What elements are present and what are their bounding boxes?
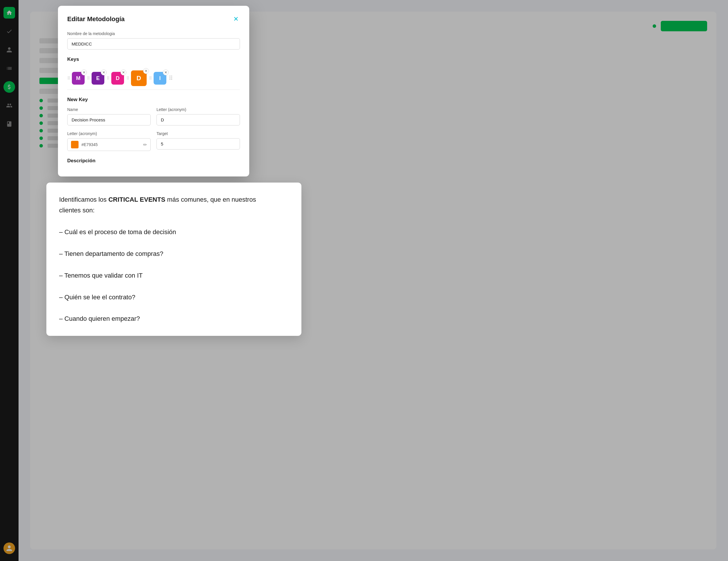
- target-field-group: Target: [156, 131, 240, 151]
- description-card: Identificamos los CRITICAL EVENTS más co…: [46, 183, 301, 336]
- edit-methodology-modal: Editar Metodología ✕ Nombre de la metodo…: [58, 6, 249, 176]
- key-remove-e[interactable]: ✕: [101, 70, 107, 75]
- key-chip-i: ⠿ I ✕: [149, 72, 166, 85]
- key-i-wrapper: I ✕: [154, 72, 166, 85]
- new-key-title: New Key: [67, 97, 240, 103]
- desc-line-6: – Quién se lee el contrato?: [59, 294, 135, 301]
- key-m-wrapper: M ✕: [72, 72, 85, 85]
- color-edit-icon[interactable]: ✏: [143, 142, 147, 147]
- letter-field-group: Letter (acronym): [156, 107, 240, 125]
- desc-line-3: – Cuál es el proceso de toma de decisión: [59, 228, 176, 236]
- key-remove-i[interactable]: ✕: [163, 70, 169, 75]
- description-section: Descripción: [67, 158, 240, 164]
- new-key-grid: Name Letter (acronym): [67, 107, 240, 125]
- key-remove-m[interactable]: ✕: [81, 70, 87, 75]
- keys-row: ⠿ M ✕ ⠿ E ✕ ⠿ D ✕: [67, 67, 240, 90]
- desc-line-5: – Tenemos que validar con IT: [59, 272, 143, 279]
- color-hex-input[interactable]: [81, 142, 140, 147]
- key-e-wrapper: E ✕: [92, 72, 104, 85]
- key-remove-d1[interactable]: ✕: [121, 70, 126, 75]
- new-key-section: New Key Name Letter (acronym) Letter (ac…: [67, 97, 240, 151]
- methodology-name-section: Nombre de la metodologia: [67, 31, 240, 50]
- methodology-name-input[interactable]: [67, 38, 240, 50]
- desc-line-2: clientes son:: [59, 207, 94, 214]
- name-label: Name: [67, 107, 151, 112]
- modal-title: Editar Metodología: [67, 15, 125, 23]
- drag-handle-e[interactable]: ⠿: [87, 76, 90, 81]
- modal-header: Editar Metodología ✕: [67, 15, 240, 23]
- new-key-grid-2: Letter (acronym) ✏ Target: [67, 131, 240, 151]
- color-input-row[interactable]: ✏: [67, 138, 151, 151]
- drag-handle-d2[interactable]: ⠿: [126, 76, 129, 81]
- target-label: Target: [156, 131, 240, 136]
- description-label: Descripción: [67, 158, 240, 164]
- modal-close-button[interactable]: ✕: [232, 15, 240, 23]
- key-chip-d2: ⠿ D ✕: [126, 70, 147, 86]
- color-swatch: [71, 141, 79, 148]
- color-label: Letter (acronym): [67, 131, 151, 136]
- desc-line-7: – Cuando quieren empezar?: [59, 315, 140, 322]
- drag-handle-d1[interactable]: ⠿: [107, 76, 110, 81]
- keys-title: Keys: [67, 57, 240, 62]
- key-chip-m: ⠿ M ✕: [67, 72, 85, 85]
- desc-highlight: CRITICAL EVENTS: [108, 196, 165, 203]
- color-field-group: Letter (acronym) ✏: [67, 131, 151, 151]
- description-text: Identificamos los CRITICAL EVENTS más co…: [59, 194, 289, 324]
- target-input[interactable]: [156, 138, 240, 150]
- key-chip-d1: ⠿ D ✕: [107, 72, 124, 85]
- keys-more-indicator[interactable]: ⠿: [169, 75, 173, 82]
- drag-handle-i[interactable]: ⠿: [149, 76, 152, 81]
- desc-line-1: Identificamos los CRITICAL EVENTS más co…: [59, 196, 256, 203]
- key-d2-wrapper: D ✕: [131, 70, 147, 86]
- drag-handle-m[interactable]: ⠿: [67, 76, 70, 81]
- name-input[interactable]: [67, 114, 151, 125]
- key-chip-e: ⠿ E ✕: [87, 72, 104, 85]
- keys-section: Keys ⠿ M ✕ ⠿ E ✕ ⠿: [67, 57, 240, 90]
- letter-input[interactable]: [156, 114, 240, 125]
- key-d1-wrapper: D ✕: [111, 72, 124, 85]
- name-field-group: Name: [67, 107, 151, 125]
- desc-line-4: – Tienen departamento de compras?: [59, 250, 163, 257]
- letter-label: Letter (acronym): [156, 107, 240, 112]
- key-remove-d2[interactable]: ✕: [143, 68, 149, 74]
- methodology-name-label: Nombre de la metodologia: [67, 31, 240, 36]
